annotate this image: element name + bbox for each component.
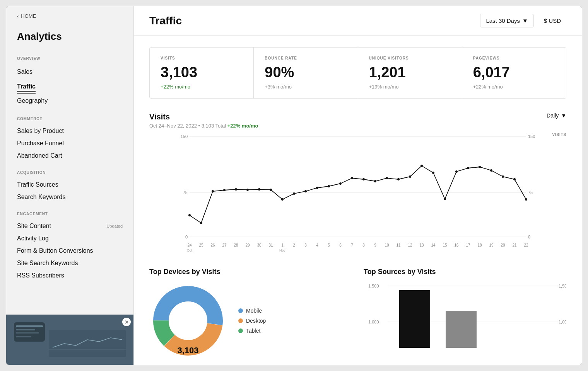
- data-point: [328, 185, 330, 187]
- section-label-acquisition: ACQUISITION: [17, 170, 123, 175]
- scrollable-content: VISITS 3,103 +22% mo/mo BOUNCE RATE 90% …: [134, 36, 582, 365]
- line-chart-line: [190, 166, 526, 223]
- donut-legend: Mobile Desktop Tablet: [238, 308, 266, 334]
- stat-label-unique-visitors: UNIQUE VISITORS: [369, 56, 451, 60]
- data-point: [490, 169, 492, 172]
- stat-value-pageviews: 6,017: [473, 64, 555, 81]
- stat-card-visits: VISITS 3,103 +22% mo/mo: [150, 48, 254, 98]
- svg-rect-3: [16, 329, 35, 330]
- top-sources-title: Top Sources by Visits: [364, 268, 566, 276]
- stat-value-bounce-rate: 90%: [265, 64, 347, 81]
- data-point: [455, 170, 458, 173]
- sidebar-item-purchase-funnel[interactable]: Purchase Funnel: [17, 137, 123, 150]
- main-header: Traffic Last 30 Days ▼ $ USD: [134, 6, 582, 36]
- top-devices-chart: Top Devices by Visits: [149, 268, 352, 361]
- currency-label: $ USD: [538, 14, 566, 27]
- line-chart-svg: 150 75 0 150 75 0: [149, 133, 566, 252]
- home-link[interactable]: ‹ HOME: [6, 6, 133, 23]
- sidebar-item-traffic[interactable]: Traffic: [17, 80, 36, 92]
- svg-text:11: 11: [396, 243, 401, 247]
- legend-label-desktop: Desktop: [246, 318, 266, 324]
- svg-text:1,000: 1,000: [368, 320, 379, 324]
- svg-rect-1: [14, 322, 45, 342]
- data-point: [420, 165, 423, 167]
- svg-text:30: 30: [257, 243, 262, 247]
- sidebar-thumbnail: ✕: [6, 315, 134, 365]
- sidebar-item-form-button-conversions[interactable]: Form & Button Conversions: [17, 245, 123, 257]
- sidebar-title: Analytics: [6, 23, 133, 49]
- data-point: [339, 182, 342, 185]
- data-point: [525, 198, 527, 201]
- data-point: [188, 214, 191, 216]
- svg-text:31: 31: [268, 243, 273, 247]
- sidebar-item-traffic-sources[interactable]: Traffic Sources: [17, 179, 123, 191]
- svg-text:14: 14: [431, 243, 436, 247]
- data-point: [362, 178, 365, 180]
- svg-text:21: 21: [512, 243, 517, 247]
- sidebar-item-rss-subscribers[interactable]: RSS Subscribers: [17, 269, 123, 282]
- top-devices-title: Top Devices by Visits: [149, 268, 352, 276]
- home-label: HOME: [21, 13, 36, 19]
- date-filter-button[interactable]: Last 30 Days ▼: [480, 14, 533, 27]
- chevron-down-icon: ▼: [561, 112, 566, 119]
- svg-text:7: 7: [351, 243, 353, 247]
- svg-text:6: 6: [339, 243, 342, 247]
- legend-item-desktop: Desktop: [238, 318, 266, 324]
- data-point: [281, 198, 284, 201]
- sidebar-item-sales[interactable]: Sales: [17, 66, 123, 78]
- legend-label-mobile: Mobile: [246, 308, 262, 314]
- svg-text:75: 75: [183, 190, 188, 195]
- stat-value-unique-visitors: 1,201: [369, 64, 451, 81]
- close-thumbnail-button[interactable]: ✕: [122, 318, 131, 326]
- sidebar-section-commerce: COMMERCE Sales by Product Purchase Funne…: [6, 110, 133, 163]
- svg-text:1,500: 1,500: [559, 284, 566, 288]
- chart-header: Visits Oct 24–Nov 22, 2022 • 3,103 Total…: [149, 112, 566, 129]
- legend-item-mobile: Mobile: [238, 308, 266, 314]
- stat-label-visits: VISITS: [161, 56, 243, 60]
- svg-text:19: 19: [489, 243, 494, 247]
- data-point: [270, 189, 272, 191]
- data-point: [386, 177, 388, 179]
- svg-text:12: 12: [408, 243, 412, 247]
- sidebar-item-search-keywords[interactable]: Search Keywords: [17, 191, 123, 203]
- svg-text:150: 150: [181, 134, 188, 139]
- svg-text:1: 1: [281, 243, 284, 247]
- site-content-badge: Updated: [106, 224, 123, 228]
- svg-text:1,500: 1,500: [368, 284, 379, 288]
- donut-center-value: 3,103: [177, 345, 198, 356]
- data-point: [502, 175, 504, 178]
- svg-text:5: 5: [328, 243, 330, 247]
- svg-text:75: 75: [528, 190, 533, 195]
- data-point: [212, 190, 214, 192]
- stat-card-unique-visitors: UNIQUE VISITORS 1,201 +19% mo/mo: [358, 48, 462, 98]
- svg-rect-5: [16, 336, 31, 337]
- chevron-left-icon: ‹: [17, 13, 19, 19]
- svg-text:3: 3: [304, 243, 307, 247]
- bottom-charts-row: Top Devices by Visits: [149, 268, 566, 361]
- legend-label-tablet: Tablet: [246, 328, 260, 334]
- chart-period-control[interactable]: Daily ▼: [547, 112, 566, 119]
- data-point: [374, 180, 376, 182]
- sidebar-item-site-search-keywords[interactable]: Site Search Keywords: [17, 257, 123, 269]
- stat-change-pageviews: +22% mo/mo: [473, 84, 555, 90]
- svg-text:26: 26: [210, 243, 215, 247]
- svg-text:18: 18: [477, 243, 482, 247]
- sidebar-item-activity-log[interactable]: Activity Log: [17, 232, 123, 245]
- svg-rect-4: [16, 332, 39, 334]
- sidebar-item-sales-by-product[interactable]: Sales by Product: [17, 125, 123, 137]
- sidebar-item-site-content[interactable]: Site Content Updated: [17, 220, 123, 232]
- top-sources-chart: Top Sources by Visits 1,500 1,000 1,500 …: [364, 268, 566, 361]
- sidebar-item-abandoned-cart[interactable]: Abandoned Cart: [17, 150, 123, 162]
- data-point: [235, 188, 237, 191]
- sidebar-item-wrap-geography: Geography: [17, 94, 123, 108]
- legend-dot-tablet: [238, 328, 243, 333]
- sidebar-item-wrap-sales: Sales: [17, 65, 123, 79]
- data-point: [351, 177, 353, 179]
- legend-dot-desktop: [238, 318, 243, 323]
- svg-text:1,000: 1,000: [559, 320, 566, 324]
- stat-card-bounce-rate: BOUNCE RATE 90% +3% mo/mo: [254, 48, 358, 98]
- data-point: [479, 166, 481, 168]
- line-chart-container: VISITS 150 75 0 150: [149, 133, 566, 254]
- svg-text:150: 150: [528, 134, 535, 139]
- sidebar-item-geography[interactable]: Geography: [17, 95, 123, 107]
